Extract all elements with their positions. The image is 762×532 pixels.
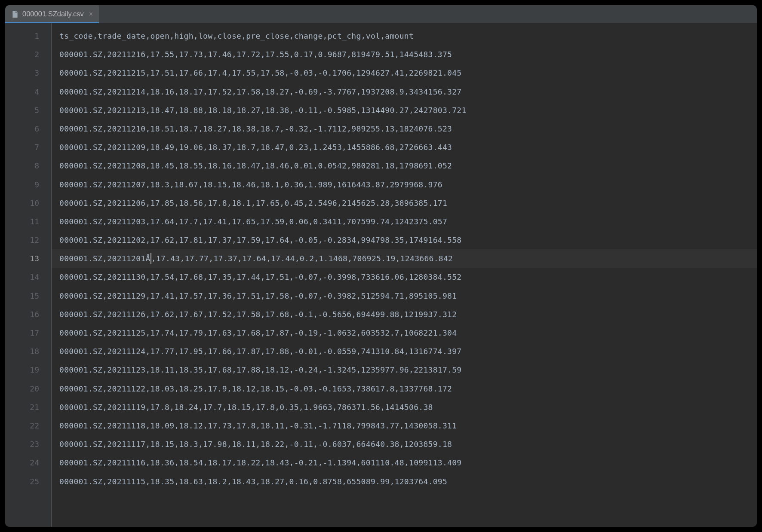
editor-body: 1234567891011121314151617181920212223242… [5,23,757,527]
close-icon[interactable]: × [89,10,93,18]
line-number: 15 [5,287,51,305]
code-area[interactable]: ts_code,trade_date,open,high,low,close,p… [52,23,757,527]
code-line[interactable]: 000001.SZ,20211208,18.45,18.55,18.16,18.… [59,156,757,175]
line-number: 12 [5,231,51,249]
line-number: 8 [5,156,51,175]
code-line[interactable]: 000001.SZ,20211129,17.41,17.57,17.36,17.… [59,287,757,305]
line-number: 4 [5,83,51,101]
tab-bar: 000001.SZdaily.csv × [5,5,757,23]
code-line[interactable]: 000001.SZ,20211124,17.77,17.95,17.66,17.… [59,342,757,361]
line-number: 22 [5,416,51,435]
code-line[interactable]: 000001.SZ,20211116,18.36,18.54,18.17,18.… [59,453,757,472]
line-number: 2 [5,45,51,64]
line-number: 16 [5,305,51,324]
code-line[interactable]: 000001.SZ,20211122,18.03,18.25,17.9,18.1… [59,379,757,398]
line-number: 20 [5,379,51,398]
code-line[interactable]: ts_code,trade_date,open,high,low,close,p… [59,27,757,45]
code-line[interactable]: 000001.SZ,20211115,18.35,18.63,18.2,18.4… [59,472,757,491]
tab-filename: 000001.SZdaily.csv [22,10,84,18]
line-number: 24 [5,453,51,472]
line-number: 14 [5,268,51,286]
code-line[interactable]: 000001.SZ,20211117,18.15,18.3,17.98,18.1… [59,435,757,453]
code-line[interactable]: 000001.SZ,20211201Å,17.43,17.77,17.37,17… [59,249,757,268]
line-number: 17 [5,324,51,342]
line-number: 1 [5,27,51,45]
line-number: 19 [5,361,51,379]
line-number: 13 [5,249,51,268]
line-number-gutter: 1234567891011121314151617181920212223242… [5,23,52,527]
line-number: 18 [5,342,51,361]
line-number: 10 [5,194,51,212]
line-number: 5 [5,101,51,119]
code-line[interactable]: 000001.SZ,20211214,18.16,18.17,17.52,17.… [59,83,757,101]
line-number: 25 [5,472,51,491]
code-line[interactable]: 000001.SZ,20211118,18.09,18.12,17.73,17.… [59,416,757,435]
code-line[interactable]: 000001.SZ,20211126,17.62,17.67,17.52,17.… [59,305,757,324]
line-number: 11 [5,212,51,231]
line-number: 6 [5,119,51,138]
code-line[interactable]: 000001.SZ,20211119,17.8,18.24,17.7,18.15… [59,398,757,416]
code-line[interactable]: 000001.SZ,20211207,18.3,18.67,18.15,18.4… [59,175,757,194]
line-number: 7 [5,138,51,156]
code-line[interactable]: 000001.SZ,20211123,18.11,18.35,17.68,17.… [59,361,757,379]
line-number: 21 [5,398,51,416]
code-line[interactable]: 000001.SZ,20211213,18.47,18.88,18.18,18.… [59,101,757,119]
line-number: 3 [5,64,51,82]
code-line[interactable]: 000001.SZ,20211202,17.62,17.81,17.37,17.… [59,231,757,249]
code-line[interactable]: 000001.SZ,20211215,17.51,17.66,17.4,17.5… [59,64,757,82]
line-number: 23 [5,435,51,453]
line-number: 9 [5,175,51,194]
code-line[interactable]: 000001.SZ,20211125,17.74,17.79,17.63,17.… [59,324,757,342]
code-line[interactable]: 000001.SZ,20211206,17.85,18.56,17.8,18.1… [59,194,757,212]
code-line[interactable]: 000001.SZ,20211216,17.55,17.73,17.46,17.… [59,45,757,64]
code-line[interactable]: 000001.SZ,20211210,18.51,18.7,18.27,18.3… [59,119,757,138]
file-icon [11,10,19,18]
editor-window: 000001.SZdaily.csv × 1234567891011121314… [5,5,757,527]
code-line[interactable]: 000001.SZ,20211209,18.49,19.06,18.37,18.… [59,138,757,156]
code-line[interactable]: 000001.SZ,20211203,17.64,17.7,17.41,17.6… [59,212,757,231]
code-line[interactable]: 000001.SZ,20211130,17.54,17.68,17.35,17.… [59,268,757,286]
file-tab[interactable]: 000001.SZdaily.csv × [5,5,99,23]
